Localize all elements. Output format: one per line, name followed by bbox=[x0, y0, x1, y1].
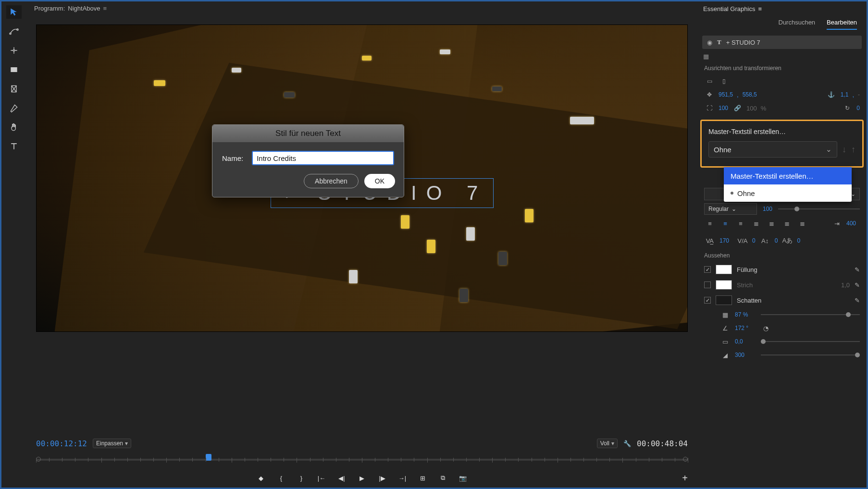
font-size-slider[interactable] bbox=[778, 208, 860, 209]
play-icon[interactable]: ▶ bbox=[357, 473, 367, 483]
dialog-name-label: Name: bbox=[222, 154, 243, 162]
align-justify-icon[interactable]: ≣ bbox=[750, 219, 762, 228]
indent-value[interactable]: 400 bbox=[846, 220, 860, 227]
tsume-value[interactable]: 0 bbox=[797, 237, 800, 244]
anchor-y[interactable]: - bbox=[858, 91, 860, 98]
push-to-style-icon[interactable]: ↓ bbox=[842, 145, 846, 155]
settings-icon[interactable]: 🔧 bbox=[623, 440, 631, 447]
timecode-current[interactable]: 00:00:12:12 bbox=[36, 439, 87, 448]
align-center-icon[interactable]: ≡ bbox=[719, 219, 731, 228]
export-frame-icon[interactable]: 📷 bbox=[458, 473, 468, 483]
layer-name: + STUDIO 7 bbox=[726, 39, 760, 46]
indent-icon[interactable]: ⇥ bbox=[831, 219, 843, 228]
playhead[interactable] bbox=[206, 454, 211, 461]
align-justify-all-icon[interactable]: ≣ bbox=[796, 219, 808, 228]
scale-icon: ⛶ bbox=[704, 103, 715, 113]
font-weight-select[interactable]: Regular⌄ bbox=[704, 203, 757, 215]
step-back-icon[interactable]: ◀| bbox=[337, 473, 347, 483]
insert-icon[interactable]: ⊞ bbox=[418, 473, 427, 483]
stroke-eyedropper-icon[interactable]: ✎ bbox=[855, 281, 860, 289]
shadow-angle-value[interactable]: 172 ° bbox=[735, 325, 756, 331]
section-appearance-label: Aussehen bbox=[697, 249, 867, 262]
go-to-out-icon[interactable]: →| bbox=[397, 473, 407, 483]
program-timeline[interactable] bbox=[36, 454, 688, 467]
scale-value[interactable]: 100 bbox=[719, 105, 728, 111]
align-justify-last-left-icon[interactable]: ≣ bbox=[766, 219, 777, 228]
ellipse-tool[interactable] bbox=[6, 82, 22, 96]
transport-controls: ◆ { } |← ◀| ▶ |▶ →| ⊞ ⧉ 📷 + bbox=[36, 468, 688, 488]
style-name-input[interactable] bbox=[252, 151, 394, 165]
pen-tool[interactable] bbox=[6, 101, 22, 115]
position-x[interactable]: 951,5 bbox=[719, 91, 733, 98]
shadow-swatch[interactable] bbox=[716, 295, 732, 305]
baseline-value[interactable]: 0 bbox=[775, 237, 778, 244]
shadow-checkbox[interactable]: ✓ bbox=[704, 297, 711, 304]
kerning-value[interactable]: 0 bbox=[752, 237, 756, 244]
stroke-swatch[interactable] bbox=[716, 280, 732, 290]
align-justify-last-center-icon[interactable]: ≣ bbox=[781, 219, 793, 228]
fill-swatch[interactable] bbox=[716, 265, 732, 274]
quality-select[interactable]: Voll bbox=[597, 439, 618, 448]
tab-edit[interactable]: Bearbeiten bbox=[827, 19, 857, 30]
dialog-title: Stil für neuen Text bbox=[212, 125, 404, 142]
align-horizontal-icon[interactable]: ▭ bbox=[704, 76, 715, 86]
anchor-tool[interactable] bbox=[6, 44, 22, 57]
fill-eyedropper-icon[interactable]: ✎ bbox=[855, 266, 860, 273]
align-vertical-icon[interactable]: ▯ bbox=[719, 76, 729, 86]
fill-checkbox[interactable]: ✓ bbox=[704, 266, 711, 273]
shadow-opacity-value[interactable]: 87 % bbox=[735, 311, 756, 318]
mark-out-bracket-icon[interactable]: } bbox=[297, 473, 306, 483]
link-icon[interactable]: 🔗 bbox=[732, 103, 743, 113]
shadow-opacity-slider[interactable] bbox=[761, 314, 860, 315]
visibility-icon[interactable]: ◉ bbox=[707, 39, 712, 46]
type-tool[interactable] bbox=[6, 140, 22, 153]
svg-rect-3 bbox=[11, 67, 17, 72]
overwrite-icon[interactable]: ⧉ bbox=[438, 473, 447, 483]
align-left-icon[interactable]: ≡ bbox=[704, 219, 716, 228]
anchor-icon: ⚓ bbox=[826, 90, 837, 99]
shadow-distance-value[interactable]: 0,0 bbox=[735, 338, 756, 345]
shadow-blur-value[interactable]: 300 bbox=[735, 352, 756, 358]
panel-menu-icon[interactable]: ≡ bbox=[103, 5, 107, 12]
ok-button[interactable]: OK bbox=[364, 174, 395, 188]
position-y[interactable]: 558,5 bbox=[743, 91, 757, 98]
zoom-fit-select[interactable]: Einpassen bbox=[93, 439, 131, 448]
responsive-design-icon[interactable]: ▦ bbox=[703, 53, 709, 60]
layer-item[interactable]: ◉ T + STUDIO 7 bbox=[702, 36, 862, 49]
kerning-icon: V/A bbox=[737, 236, 748, 245]
font-size-value[interactable]: 100 bbox=[763, 206, 772, 212]
cancel-button[interactable]: Abbrechen bbox=[304, 174, 359, 188]
shadow-distance-slider[interactable] bbox=[761, 341, 860, 342]
rectangle-tool[interactable] bbox=[6, 63, 22, 76]
master-style-select[interactable]: Ohne ⌄ bbox=[708, 141, 837, 158]
program-panel-header: Programm: NightAbove ≡ bbox=[26, 1, 697, 15]
new-text-style-dialog: Stil für neuen Text Name: Abbrechen OK bbox=[212, 124, 404, 197]
mark-in-bracket-icon[interactable]: { bbox=[276, 473, 286, 483]
shadow-blur-slider[interactable] bbox=[761, 355, 860, 355]
tab-browse[interactable]: Durchsuchen bbox=[779, 19, 816, 30]
panel-menu-icon[interactable]: ≡ bbox=[758, 5, 762, 12]
dropdown-opt-create[interactable]: Master-Textstil erstellen… bbox=[724, 167, 852, 184]
shadow-distance-icon: ▭ bbox=[720, 338, 730, 345]
step-forward-icon[interactable]: |▶ bbox=[377, 473, 387, 483]
vertex-tool[interactable] bbox=[6, 24, 22, 38]
hand-tool[interactable] bbox=[6, 121, 22, 134]
mark-in-icon[interactable]: ◆ bbox=[256, 473, 266, 483]
tracking-value[interactable]: 170 bbox=[719, 237, 733, 244]
angle-dial-icon[interactable]: ◔ bbox=[761, 325, 770, 332]
anchor-x[interactable]: 1,1 bbox=[841, 91, 849, 98]
selection-tool[interactable] bbox=[6, 5, 22, 19]
dropdown-opt-none[interactable]: Ohne bbox=[724, 184, 852, 202]
go-to-in-icon[interactable]: |← bbox=[317, 473, 326, 483]
rotation-value[interactable]: 0 bbox=[856, 105, 860, 111]
shadow-opacity-icon: ▦ bbox=[720, 311, 730, 318]
stroke-width[interactable]: 1,0 bbox=[841, 281, 850, 289]
position-icon: ✥ bbox=[704, 90, 715, 99]
shadow-eyedropper-icon[interactable]: ✎ bbox=[855, 297, 860, 304]
add-button-icon[interactable]: + bbox=[682, 473, 688, 484]
stroke-checkbox[interactable] bbox=[704, 281, 711, 288]
shadow-blur-icon: ◢ bbox=[720, 352, 730, 359]
pull-from-style-icon[interactable]: ↑ bbox=[851, 145, 856, 155]
rotation-icon: ↻ bbox=[842, 103, 853, 113]
align-right-icon[interactable]: ≡ bbox=[735, 219, 746, 228]
